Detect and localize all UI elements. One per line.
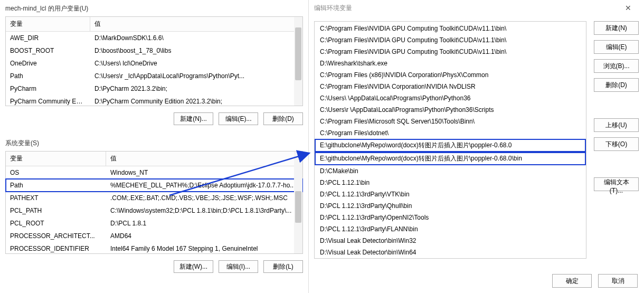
list-item[interactable]: C:\Users\ \AppData\Local\Programs\Python… [315,92,586,104]
table-row[interactable]: PCL_ROOTD:\PCL 1.8.1 [6,217,302,230]
list-item[interactable]: D:\Visual Leak Detector\bin\Win64 [315,247,586,258]
user-vars-table: 变量 值 AWE_DIRD:\MarkDownSDK\1.6.6\BOOST_R… [5,16,303,106]
new-path-button[interactable]: 新建(N) [594,21,639,35]
env-vars-window: mech-mind_lcl 的用户变量(U) 变量 值 AWE_DIRD:\Ma… [0,0,309,293]
edit-user-var-button[interactable]: 编辑(E)... [219,112,258,125]
list-item[interactable]: C:\Program Files\dotnet\ [315,127,586,139]
col-value[interactable]: 值 [106,152,302,166]
cell-value: D:\MarkDownSDK\1.6.6\ [90,33,302,43]
table-row[interactable]: AWE_DIRD:\MarkDownSDK\1.6.6\ [6,32,302,44]
list-item[interactable]: C:\Program Files\NVIDIA GPU Computing To… [315,46,586,58]
edit-path-button[interactable]: 编辑(E) [594,40,639,54]
table-header: 变量 值 [6,17,302,32]
dialog-title-text: 编辑环境变量 [314,4,352,13]
cell-value: C:\Windows\system32;D:\PCL 1.8.1\bin;D:\… [106,205,302,216]
cell-value: Windows_NT [106,167,302,178]
table-row[interactable]: PATHEXT.COM;.EXE;.BAT;.CMD;.VBS;.VBE;.JS… [6,192,302,204]
cell-variable: Path [6,180,106,191]
new-user-var-button[interactable]: 新建(N)... [174,112,213,125]
edit-env-var-dialog: 编辑环境变量 ✕ C:\Program Files\NVIDIA GPU Com… [309,0,644,293]
table-row[interactable]: PROCESSOR_ARCHITECT...AMD64 [6,230,302,242]
list-item[interactable]: D:\PCL 1.12.1\3rdParty\VTK\bin [315,188,586,200]
cell-value: .COM;.EXE;.BAT;.CMD;.VBS;.VBE;.JS;.JSE;.… [106,193,302,203]
cell-variable: AWE_DIR [6,33,90,43]
list-item[interactable]: D:\PCL 1.12.1\bin [315,177,586,188]
cell-variable: OS [6,167,106,178]
col-variable[interactable]: 变量 [6,152,106,166]
cell-variable: PATHEXT [6,193,106,203]
cell-variable: PyCharm Community Editi... [6,96,90,106]
edit-text-button[interactable]: 编辑文本(T)... [594,177,639,191]
table-row[interactable]: PCL_PATHC:\Windows\system32;D:\PCL 1.8.1… [6,204,302,217]
browse-button[interactable]: 浏览(B)... [594,59,639,73]
delete-user-var-button[interactable]: 删除(D) [263,112,303,125]
scrollbar[interactable] [294,152,302,253]
move-up-button[interactable]: 上移(U) [594,118,639,132]
path-list[interactable]: C:\Program Files\NVIDIA GPU Computing To… [314,21,586,259]
ok-button[interactable]: 确定 [552,274,592,288]
list-item[interactable]: E:\githubclone\MyRepo\word(docx)转图片后插入图片… [315,139,586,152]
list-item[interactable]: D:\Wireshark\tshark.exe [315,58,586,69]
cell-value: D:\PyCharm Community Edition 2021.3.2\bi… [90,96,302,106]
cell-variable: PCL_ROOT [6,218,106,229]
cell-value: D:\PCL 1.8.1 [106,218,302,229]
edit-sys-var-button[interactable]: 编辑(I)... [219,260,258,273]
table-row[interactable]: PyCharm Community Editi...D:\PyCharm Com… [6,95,302,106]
table-row[interactable]: Path%MECHEYE_DLL_PATH%;D:\Eclipse Adopti… [6,179,302,192]
col-variable[interactable]: 变量 [6,17,90,31]
dialog-footer: 确定 取消 [552,274,638,288]
table-row[interactable]: OneDriveC:\Users\ lcl\OneDrive [6,57,302,70]
cell-variable: PROCESSOR_ARCHITECT... [6,231,106,241]
list-item[interactable]: D:\CMake\bin [315,165,586,177]
delete-path-button[interactable]: 删除(D) [594,78,639,92]
new-sys-var-button[interactable]: 新建(W)... [174,260,213,273]
table-row[interactable]: PathC:\Users\r _lcl\AppData\Local\Progra… [6,70,302,82]
table-header: 变量 值 [6,152,302,166]
list-item[interactable]: D:\PCL 1.12.1\3rdParty\FLANN\bin [315,223,586,235]
close-icon[interactable]: ✕ [618,4,639,12]
sys-vars-table: 变量 值 OSWindows_NTPath%MECHEYE_DLL_PATH%;… [5,151,303,254]
dialog-side-buttons: 新建(N) 编辑(E) 浏览(B)... 删除(D) 上移(U) 下移(O) 编… [594,21,639,259]
list-item[interactable]: D:\PCL 1.12.1\3rdParty\Qhull\bin [315,200,586,212]
cell-variable: PCL_PATH [6,205,106,216]
table-row[interactable]: PyCharmD:\PyCharm 2021.3.2\bin; [6,82,302,95]
delete-sys-var-button[interactable]: 删除(L) [263,260,303,273]
table-row[interactable]: PROCESSOR_IDENTIFIERIntel64 Family 6 Mod… [6,242,302,255]
list-item[interactable]: C:\Program Files\NVIDIA Corporation\NVID… [315,81,586,92]
cell-variable: Path [6,71,90,81]
cell-value: %MECHEYE_DLL_PATH%;D:\Eclipse Adoptium\j… [106,180,302,191]
cancel-button[interactable]: 取消 [598,274,638,288]
cell-value: D:\PyCharm 2021.3.2\bin; [90,83,302,94]
list-item[interactable]: C:\Program Files\NVIDIA GPU Computing To… [315,23,586,34]
cell-value: AMD64 [106,231,302,241]
cell-value: C:\Users\ lcl\OneDrive [90,58,302,69]
cell-variable: OneDrive [6,58,90,69]
cell-value: Intel64 Family 6 Model 167 Stepping 1, G… [106,243,302,254]
table-row[interactable]: BOOST_ROOTD:\boost\boost_1_78_0\libs [6,44,302,57]
cell-value: D:\boost\boost_1_78_0\libs [90,45,302,56]
list-item[interactable]: C:\Users\r \AppData\Local\Programs\Pytho… [315,104,586,116]
table-row[interactable]: OSWindows_NT [6,166,302,179]
list-item[interactable]: D:\Visual Leak Detector\bin\Win32 [315,235,586,247]
list-item[interactable]: D:\PCL 1.12.1\3rdParty\OpenNI2\Tools [315,212,586,223]
list-item[interactable]: C:\Program Files\NVIDIA GPU Computing To… [315,34,586,46]
list-item[interactable]: C:\Program Files\Microsoft SQL Server\15… [315,116,586,127]
sys-vars-label: 系统变量(S) [0,135,308,151]
list-item[interactable]: E:\githubclone\MyRepo\word(docx)转图片后插入图片… [315,152,586,165]
cell-value: C:\Users\r _lcl\AppData\Local\Programs\P… [90,71,302,81]
dialog-titlebar: 编辑环境变量 ✕ [309,0,644,16]
cell-variable: BOOST_ROOT [6,45,90,56]
list-item[interactable]: C:\Program Files (x86)\NVIDIA Corporatio… [315,69,586,81]
user-button-row: 新建(N)... 编辑(E)... 删除(D) [0,106,308,130]
sys-button-row: 新建(W)... 编辑(I)... 删除(L) [0,254,308,278]
user-vars-label: mech-mind_lcl 的用户变量(U) [0,0,308,16]
scrollbar[interactable] [294,17,302,106]
move-down-button[interactable]: 下移(O) [594,137,639,151]
cell-variable: PyCharm [6,83,90,94]
col-value[interactable]: 值 [90,17,302,31]
cell-variable: PROCESSOR_IDENTIFIER [6,243,106,254]
